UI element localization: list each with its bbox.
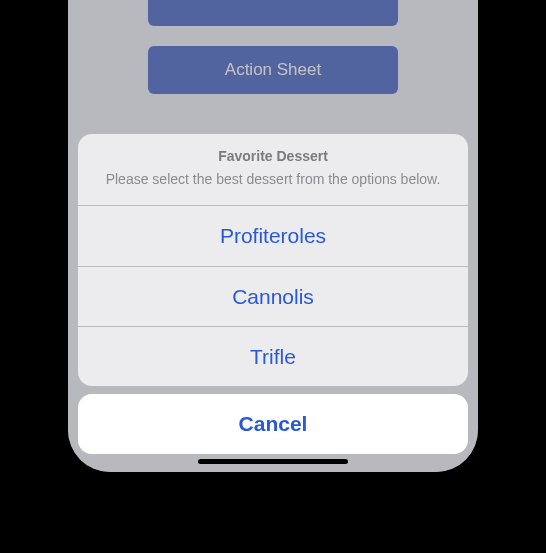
action-sheet-card: Favorite Dessert Please select the best … (78, 134, 468, 386)
device-frame: Action Sheet Favorite Dessert Please sel… (50, 0, 496, 490)
cancel-button[interactable]: Cancel (78, 394, 468, 454)
action-option-profiteroles[interactable]: Profiteroles (78, 206, 468, 266)
action-sheet-message: Please select the best dessert from the … (102, 170, 444, 189)
outer-frame: Action Sheet Favorite Dessert Please sel… (0, 0, 546, 553)
action-sheet-title: Favorite Dessert (102, 148, 444, 164)
action-sheet-header: Favorite Dessert Please select the best … (78, 134, 468, 206)
action-option-label: Trifle (250, 345, 296, 369)
action-option-label: Profiteroles (220, 224, 326, 248)
home-indicator[interactable] (198, 459, 348, 464)
action-option-cannolis[interactable]: Cannolis (78, 266, 468, 326)
action-sheet-options: Profiteroles Cannolis Trifle (78, 206, 468, 386)
cancel-label: Cancel (239, 412, 308, 436)
device-screen: Action Sheet Favorite Dessert Please sel… (68, 0, 478, 472)
action-option-trifle[interactable]: Trifle (78, 326, 468, 386)
action-option-label: Cannolis (232, 285, 314, 309)
action-sheet: Favorite Dessert Please select the best … (78, 134, 468, 454)
